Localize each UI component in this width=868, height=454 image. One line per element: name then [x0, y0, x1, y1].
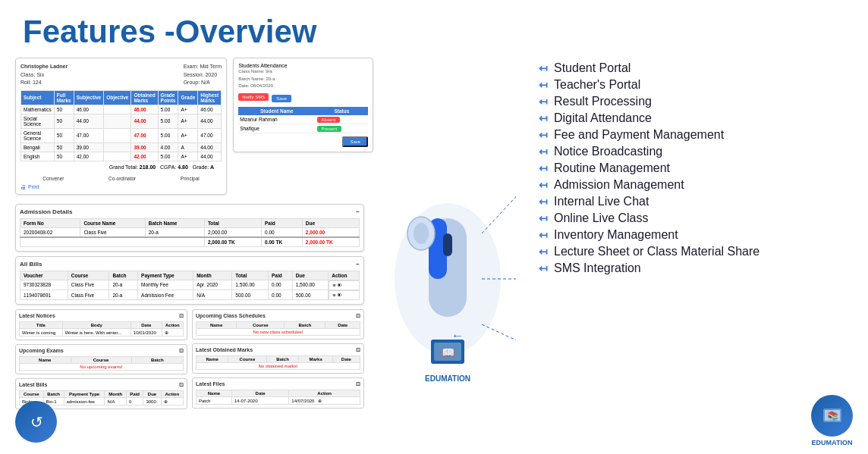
feature-label: Admission Management — [554, 178, 684, 192]
feature-item-fee-payment: ↤ Fee and Payment Management — [539, 128, 853, 142]
bottom-left-logo: ↺ — [15, 401, 57, 443]
bill-action-icon[interactable]: ⊕ — [164, 399, 168, 404]
feature-label: Teacher's Portal — [554, 78, 640, 92]
table-row: General Science5047.0047.005.00A+47.00 — [21, 128, 222, 142]
marks-expand-icon[interactable]: ⊡ — [356, 347, 360, 353]
svg-text:📖: 📖 — [442, 346, 455, 359]
notify-sms-button[interactable]: Notify SMS — [238, 93, 269, 101]
result-table: Subject Full Marks Subjective Objective … — [20, 90, 222, 161]
feature-item-digital-attendance: ↤ Digital Attendance — [539, 111, 853, 125]
arrow-icon: ↤ — [539, 129, 548, 141]
main-illustration: ← 📖 EDUMATION — [379, 82, 516, 385]
save-final-button[interactable]: Save — [342, 136, 368, 147]
arrow-icon: ↤ — [539, 112, 548, 124]
illustration-panel: ← 📖 EDUMATION — [372, 58, 524, 409]
principal-label: Principal — [181, 176, 200, 181]
feature-item-inventory-management: ↤ Inventory Management — [539, 228, 853, 242]
table-row: 1194078691Class Five20-aAdmission FeeN/A… — [20, 290, 360, 300]
edumation-brand-name: EDUMATION — [812, 439, 853, 446]
feature-item-notice-broadcasting: ↤ Notice Broadcasting — [539, 145, 853, 158]
bottom-panels: Latest Notices ⊡ TitleBodyDateAction Win… — [15, 309, 364, 409]
feature-item-teachers-portal: ↤ Teacher's Portal — [539, 78, 853, 92]
notice-action-icon[interactable]: ⊕ — [165, 330, 168, 335]
feature-item-routine-management: ↤ Routine Management — [539, 161, 853, 175]
feature-label: Notice Broadcasting — [554, 145, 662, 158]
table-row: Mizanur Rahman Absent — [238, 115, 368, 124]
class-table: NameCourseBatchDate No new class schedul… — [196, 321, 360, 336]
latest-marks-panel: Latest Obtained Marks ⊡ NameCourseBatchM… — [192, 343, 364, 374]
feature-item-result-processing: ↤ Result Processing — [539, 95, 853, 108]
left-panel: Christophe Ladner Class: Six Roll: 124 E… — [15, 58, 364, 409]
files-table: NameDateAction Patch14-07-2020 14/07/202… — [196, 390, 360, 405]
arrow-icon: ↤ — [539, 162, 548, 174]
arrow-icon: ↤ — [539, 196, 548, 208]
feature-label: Inventory Management — [554, 228, 678, 242]
latest-notices-panel: Latest Notices ⊡ TitleBodyDateAction Win… — [15, 309, 187, 340]
convener-label: Convener — [42, 176, 64, 181]
features-list: ↤ Student Portal ↤ Teacher's Portal ↤ Re… — [539, 61, 853, 275]
total-row: 2,000.00 TK 0.00 TK 2,000.00 TK — [20, 237, 360, 247]
logo-icon: ↺ — [25, 411, 48, 434]
student-name: Christophe Ladner — [20, 64, 68, 69]
marks-table: NameCourseBatchMarksDate No obtained mar… — [196, 355, 360, 370]
latestbills-expand-icon[interactable]: ⊡ — [179, 382, 184, 388]
feature-label: Student Portal — [554, 61, 631, 75]
bills-collapse-icon[interactable]: − — [356, 261, 360, 268]
exams-table: NameCourseBatch No upcoming exams! — [19, 356, 184, 371]
feature-item-student-portal: ↤ Student Portal — [539, 61, 853, 75]
table-row: Bengali5039.0039.004.00A44.00 — [21, 142, 222, 152]
latest-files-panel: Latest Files ⊡ NameDateAction Patch14-07… — [192, 377, 364, 409]
save-attendance-button[interactable]: Save — [272, 95, 291, 102]
class-expand-icon[interactable]: ⊡ — [356, 313, 360, 319]
file-action-icon[interactable]: ⊕ — [318, 399, 322, 403]
bills-table: Voucher Course Batch Payment Type Month … — [20, 271, 360, 301]
action-menu-icon[interactable]: ≡ — [332, 283, 335, 288]
arrow-icon: ↤ — [539, 229, 548, 241]
print-button[interactable]: 🖨 Print — [20, 184, 222, 189]
table-row: Patch14-07-2020 14/07/2020 ⊕ — [197, 397, 360, 405]
action-menu-icon[interactable]: ≡ — [332, 293, 335, 298]
files-expand-icon[interactable]: ⊡ — [356, 381, 360, 387]
svg-text:📚: 📚 — [826, 410, 838, 421]
page-title: Features -Overview — [0, 0, 868, 58]
feature-label: Routine Management — [554, 161, 670, 175]
notices-expand-icon[interactable]: ⊡ — [179, 313, 184, 319]
print-icon: 🖨 — [20, 184, 26, 189]
svg-rect-3 — [443, 233, 452, 256]
admission-collapse-icon[interactable]: − — [356, 208, 360, 215]
coordinator-label: Co-ordinator — [108, 176, 136, 181]
feature-label: Fee and Payment Management — [554, 128, 724, 142]
feature-item-lecture-sheet: ↤ Lecture Sheet or Class Material Share — [539, 245, 853, 258]
table-row: English5042.0042.005.00A+44.00 — [21, 152, 222, 161]
notices-table: TitleBodyDateAction Winter is coming Win… — [19, 321, 184, 337]
table-row: Social Science5044.0044.005.00A+44.00 — [21, 114, 222, 128]
arrow-icon: ↤ — [539, 246, 548, 258]
edumation-logo-icon: 📚 — [820, 404, 844, 428]
table-row: Mathematics5046.0046.005.00A+46.00 — [21, 105, 222, 114]
svg-line-6 — [482, 180, 516, 233]
table-row: 20200408-02 Class Five 20-a 2,000.00 0.0… — [20, 227, 360, 237]
arrow-icon: ↤ — [539, 262, 548, 274]
svg-point-5 — [414, 223, 429, 244]
exams-expand-icon[interactable]: ⊡ — [179, 348, 184, 354]
feature-list-panel: ↤ Student Portal ↤ Teacher's Portal ↤ Re… — [531, 58, 853, 409]
table-row: No new class schedules! — [197, 329, 360, 336]
action-view-icon[interactable]: 👁 — [337, 283, 342, 288]
arrow-icon: ↤ — [539, 179, 548, 191]
svg-text:EDUMATION: EDUMATION — [425, 374, 470, 383]
attendance-title: Students Attendance — [238, 63, 368, 68]
feature-label: Result Processing — [554, 95, 652, 108]
feature-label: Lecture Sheet or Class Material Share — [554, 245, 760, 258]
feature-label: Online Live Class — [554, 211, 649, 225]
upcoming-exams-panel: Upcoming Exams ⊡ NameCourseBatch No upco… — [15, 344, 187, 374]
feature-item-admission-management: ↤ Admission Management — [539, 178, 853, 192]
admission-section: Admission Details − Form No Course Name … — [15, 204, 364, 252]
table-row: Shaflque Present — [238, 124, 368, 133]
feature-item-sms-integration: ↤ SMS Integration — [539, 261, 853, 275]
action-view-icon[interactable]: 👁 — [337, 293, 342, 298]
arrow-icon: ↤ — [539, 95, 548, 108]
feature-label: Digital Attendance — [554, 111, 652, 125]
attendance-table: Student Name Status Mizanur Rahman Absen… — [238, 107, 368, 133]
table-row: Winter is coming Winter is here. With wi… — [20, 329, 184, 337]
result-card: Christophe Ladner Class: Six Roll: 124 E… — [15, 58, 227, 195]
